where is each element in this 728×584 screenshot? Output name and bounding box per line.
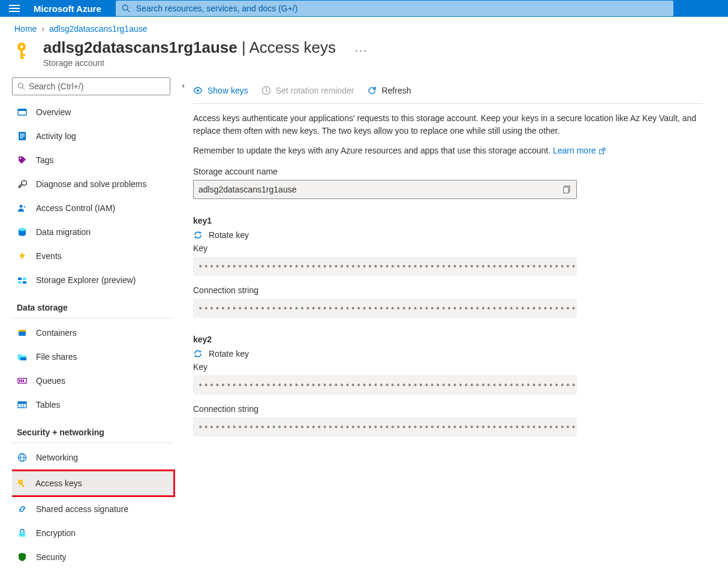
sidebar-group-data-storage: Data storage: [12, 297, 173, 318]
sidebar-item-activity-log[interactable]: Activity log: [12, 124, 183, 148]
global-header: Microsoft Azure: [0, 0, 728, 17]
sidebar-item-label: Tags: [36, 155, 54, 165]
shield-icon: [17, 552, 28, 562]
sidebar-item-label: File shares: [36, 352, 77, 362]
sidebar-item-tables[interactable]: Tables: [12, 393, 183, 417]
sidebar-item-label: Overview: [36, 107, 71, 117]
clock-icon: [261, 86, 271, 95]
sidebar-item-sas[interactable]: Shared access signature: [12, 497, 183, 521]
main-content: Show keys Set rotation reminder Refresh …: [186, 77, 708, 568]
rotate-key2-button[interactable]: Rotate key: [193, 349, 703, 359]
svg-rect-28: [19, 380, 20, 382]
page-title: adlsg2datascans1rg1ause | Access keys: [43, 38, 336, 57]
link-icon: [17, 504, 28, 514]
sidebar-item-overview[interactable]: Overview: [12, 100, 183, 124]
sidebar-item-events[interactable]: Events: [12, 244, 183, 268]
sidebar-item-label: Queues: [36, 376, 65, 386]
sidebar-item-encryption[interactable]: Encryption: [12, 521, 183, 545]
chevron-right-icon: ›: [41, 24, 44, 34]
rotate-icon: [193, 349, 203, 359]
sidebar-item-label: Tables: [36, 400, 60, 410]
breadcrumb-home[interactable]: Home: [14, 24, 37, 34]
svg-line-8: [23, 88, 25, 90]
copy-icon: [563, 185, 571, 194]
sidebar-item-containers[interactable]: Containers: [12, 321, 183, 345]
database-icon: [17, 227, 28, 237]
svg-rect-4: [20, 49, 23, 58]
svg-rect-35: [18, 402, 26, 404]
sidebar-item-label: Diagnose and solve problems: [36, 179, 146, 189]
storage-account-name-label: Storage account name: [193, 167, 703, 176]
overview-icon: [17, 107, 28, 118]
learn-more-link[interactable]: Learn more: [553, 146, 605, 155]
sidebar-item-tags[interactable]: Tags: [12, 148, 183, 172]
storage-account-name-field: adlsg2datascans1rg1ause: [193, 180, 577, 199]
resource-type-label: Storage account: [43, 58, 336, 68]
sidebar-item-file-shares[interactable]: File shares: [12, 345, 183, 369]
refresh-button[interactable]: Refresh: [367, 86, 411, 95]
show-keys-button[interactable]: Show keys: [193, 86, 248, 95]
svg-rect-10: [18, 109, 26, 111]
rotate-key1-button[interactable]: Rotate key: [193, 230, 703, 240]
folder-icon: [17, 351, 28, 362]
global-search-input[interactable]: [135, 3, 667, 14]
highlighted-nav-item: Access keys: [12, 469, 175, 497]
copy-button[interactable]: [563, 185, 571, 194]
globe-icon: [17, 452, 28, 463]
key2-heading: key2: [193, 335, 703, 344]
explorer-icon: [17, 275, 28, 285]
global-search[interactable]: [116, 1, 673, 16]
svg-rect-22: [18, 281, 22, 284]
svg-rect-26: [20, 357, 26, 360]
svg-point-17: [23, 206, 26, 208]
svg-rect-5: [20, 54, 25, 56]
svg-point-7: [18, 83, 23, 88]
breadcrumb-resource[interactable]: adlsg2datascans1rg1ause: [49, 24, 147, 34]
sidebar-item-label: Encryption: [36, 528, 76, 538]
external-link-icon: [598, 147, 606, 155]
sidebar-item-security[interactable]: Security: [12, 545, 183, 568]
sidebar-item-diagnose[interactable]: Diagnose and solve problems: [12, 172, 183, 196]
key1-cs-field: ••••••••••••••••••••••••••••••••••••••••…: [193, 299, 577, 318]
eye-icon: [193, 86, 203, 95]
set-rotation-reminder-button[interactable]: Set rotation reminder: [261, 86, 354, 95]
search-icon: [122, 4, 130, 13]
sidebar-item-access-keys[interactable]: Access keys: [12, 471, 173, 495]
svg-point-40: [20, 481, 22, 483]
key-icon: [14, 41, 34, 60]
svg-point-16: [20, 205, 23, 208]
sidebar-item-label: Shared access signature: [36, 504, 128, 514]
sidebar-item-label: Events: [36, 251, 62, 261]
key2-key-label: Key: [193, 362, 703, 372]
sidebar-search-input[interactable]: [28, 81, 165, 92]
people-icon: [17, 203, 28, 213]
svg-point-0: [122, 5, 128, 10]
sidebar-item-label: Activity log: [36, 131, 76, 141]
sidebar-item-label: Containers: [36, 328, 77, 338]
hamburger-menu[interactable]: [0, 0, 29, 17]
page-title-row: adlsg2datascans1rg1ause | Access keys St…: [0, 38, 728, 68]
description-text-2: Remember to update the keys with any Azu…: [193, 145, 703, 157]
svg-rect-47: [564, 187, 568, 193]
table-icon: [17, 399, 28, 410]
svg-rect-20: [18, 278, 22, 280]
sidebar-item-label: Networking: [36, 453, 78, 462]
queue-icon: [17, 375, 28, 386]
svg-rect-14: [20, 137, 23, 139]
brand-label[interactable]: Microsoft Azure: [29, 4, 116, 14]
sidebar-item-label: Security: [36, 552, 67, 562]
more-actions-button[interactable]: ···: [355, 38, 368, 57]
collapse-sidebar-button[interactable]: ‹‹: [182, 81, 182, 90]
sidebar-item-queues[interactable]: Queues: [12, 369, 183, 393]
sidebar-item-label: Storage Explorer (preview): [36, 275, 136, 285]
sidebar-item-data-migration[interactable]: Data migration: [12, 220, 183, 244]
sidebar-item-networking[interactable]: Networking: [12, 445, 183, 469]
container-icon: [17, 327, 28, 338]
sidebar-search[interactable]: [12, 77, 170, 95]
sidebar-item-storage-explorer[interactable]: Storage Explorer (preview): [12, 268, 183, 292]
key2-cs-field: ••••••••••••••••••••••••••••••••••••••••…: [193, 417, 577, 437]
svg-point-3: [20, 46, 23, 49]
sidebar-item-label: Access keys: [35, 478, 82, 488]
resource-sidebar: ‹‹ Overview Activity log Tags Diagnose a…: [0, 77, 186, 568]
sidebar-item-iam[interactable]: Access Control (IAM): [12, 196, 183, 220]
